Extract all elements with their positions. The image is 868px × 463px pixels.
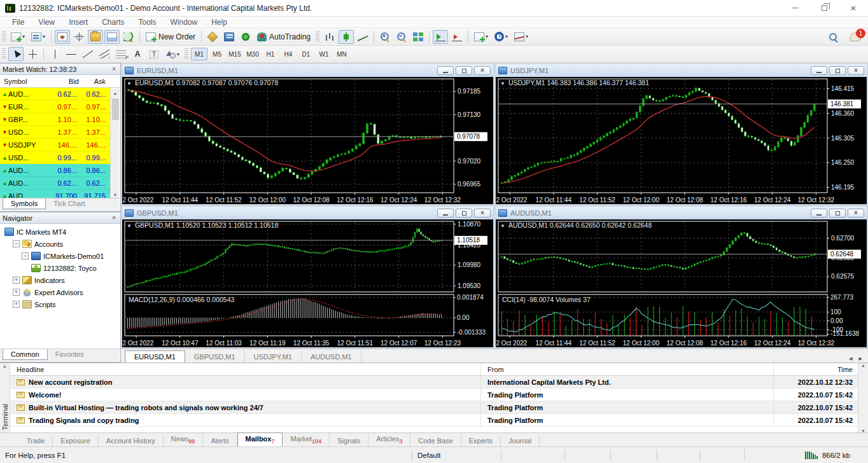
menu-item-charts[interactable]: Charts: [95, 18, 131, 27]
chart-plot-eurusd[interactable]: 12 Oct 202212 Oct 11:4412 Oct 11:5212 Oc…: [122, 77, 493, 204]
chart-canvas-gbpusd[interactable]: ▼GBPUSD,M1 1.10520 1.10523 1.10512 1.105…: [122, 219, 493, 347]
market-watch-row[interactable]: ▼USDJPY146....146....: [0, 139, 111, 151]
navigator-item-ic-markets-mt4[interactable]: IC Markets MT4: [0, 226, 120, 238]
chart-tab-audusd-m1[interactable]: AUDUSD,M1: [302, 351, 361, 363]
expand-minus-icon[interactable]: −: [22, 252, 29, 259]
horizontal-line-tool[interactable]: [64, 47, 79, 61]
timeframe-h4[interactable]: H4: [280, 48, 297, 60]
chart-canvas-audusd[interactable]: ▼AUDUSD,M1 0.62644 0.62650 0.62642 0.626…: [496, 219, 867, 347]
chart-maximize-button[interactable]: [456, 66, 472, 75]
profiles-button[interactable]: ▾: [29, 30, 48, 44]
scroll-up-icon[interactable]: ▲: [861, 363, 865, 368]
templates-button[interactable]: ▾: [512, 30, 531, 44]
terminal-tab-experts[interactable]: Experts: [461, 435, 501, 446]
chart-minimize-button[interactable]: [811, 209, 827, 218]
new-chart-button[interactable]: ▾: [8, 30, 27, 44]
menu-item-window[interactable]: Window: [164, 18, 205, 27]
dropdown-icon[interactable]: ▾: [43, 34, 45, 39]
dropdown-icon[interactable]: ▾: [177, 52, 179, 57]
chart-tab-gbpusd-m1[interactable]: GBPUSD,M1: [185, 351, 245, 363]
strategy-tester-button[interactable]: [121, 30, 136, 44]
timeframe-h1[interactable]: H1: [262, 48, 279, 60]
terminal-scrollbar[interactable]: ▲ ▼: [858, 363, 868, 433]
timeframe-m1[interactable]: M1: [191, 48, 207, 60]
signals-button[interactable]: [238, 30, 253, 44]
terminal-tab-code-base[interactable]: Code Base: [410, 435, 461, 446]
fibonacci-tool[interactable]: F: [113, 47, 129, 61]
menu-item-help[interactable]: Help: [204, 18, 234, 27]
market-watch-row[interactable]: ▼GBP...1.10...1.10...: [0, 113, 111, 126]
bar-chart-button[interactable]: [322, 30, 337, 44]
scroll-up-icon[interactable]: ▲: [113, 88, 118, 97]
toolbar-grip[interactable]: [316, 31, 319, 43]
chart-plot-usdjpy[interactable]: 12 Oct 202212 Oct 11:4412 Oct 11:5212 Oc…: [496, 77, 867, 204]
chart-minimize-button[interactable]: [437, 66, 454, 75]
chart-maximize-button[interactable]: [456, 209, 472, 218]
column-headline[interactable]: Headline: [10, 363, 481, 375]
dropdown-icon[interactable]: ▾: [526, 34, 528, 39]
minimize-button[interactable]: [780, 0, 809, 16]
chart-tab-eurusd-m1[interactable]: EURUSD,M1: [125, 350, 185, 363]
timeframe-m30[interactable]: M30: [244, 48, 261, 60]
expand-minus-icon[interactable]: −: [13, 240, 20, 247]
timeframe-mn[interactable]: MN: [333, 48, 350, 60]
terminal-close-icon[interactable]: ×: [3, 363, 6, 371]
mail-row[interactable]: Trading Signals and copy tradingTrading …: [10, 414, 858, 427]
terminal-toggle[interactable]: [104, 30, 120, 44]
close-button[interactable]: ×: [839, 0, 868, 16]
shapes-tool[interactable]: ▾: [163, 47, 182, 61]
cursor-tool-button[interactable]: [8, 47, 24, 61]
chart-shift-button[interactable]: [449, 30, 465, 44]
mql-community-button[interactable]: [221, 30, 237, 44]
text-tool[interactable]: A: [130, 47, 145, 61]
chart-minimize-button[interactable]: [811, 66, 827, 75]
tab-symbols[interactable]: Symbols: [3, 198, 46, 209]
navigator-item-scripts[interactable]: +Scripts: [0, 298, 120, 310]
navigator-item-expert-advisors[interactable]: +Expert Advisors: [0, 286, 120, 298]
terminal-tab-journal[interactable]: Journal: [501, 435, 540, 446]
channel-tool[interactable]: E: [97, 47, 112, 61]
tab-tick-chart[interactable]: Tick Chart: [46, 198, 93, 209]
autotrading-button[interactable]: AutoTrading: [255, 30, 313, 44]
timeframe-m5[interactable]: M5: [209, 48, 225, 60]
navigator-item-icmarkets-demo01[interactable]: −ICMarkets-Demo01: [0, 250, 120, 262]
dropdown-icon[interactable]: ▾: [505, 34, 508, 39]
chart-close-button[interactable]: ×: [848, 66, 864, 75]
tab-favorites[interactable]: Favorites: [48, 349, 92, 359]
chart-close-button[interactable]: ×: [848, 209, 864, 218]
column-bid[interactable]: Bid: [46, 78, 79, 85]
market-watch-close-icon[interactable]: ×: [110, 66, 118, 73]
column-time[interactable]: Time: [774, 366, 858, 373]
vertical-line-tool[interactable]: [47, 47, 62, 61]
market-watch-row[interactable]: ▲USD...0.99...0.99...: [0, 151, 111, 164]
crosshair-tool-button[interactable]: [25, 47, 40, 61]
column-ask[interactable]: Ask: [79, 78, 107, 85]
chart-plot-gbpusd[interactable]: 12 Oct 202212 Oct 10:4712 Oct 11:0312 Oc…: [122, 219, 493, 347]
menu-item-tools[interactable]: Tools: [132, 18, 164, 27]
navigator-item-indicators[interactable]: +Indicators: [0, 274, 120, 286]
toolbar-grip[interactable]: [2, 31, 6, 43]
market-watch-row[interactable]: ▲AUD...0.62...0.62...: [0, 177, 111, 190]
market-watch-toggle[interactable]: [55, 30, 70, 44]
chart-window-titlebar[interactable]: USDJPY,M1×: [496, 64, 867, 77]
chart-canvas-eurusd[interactable]: ▼EURUSD,M1 0.97082 0.97087 0.97076 0.970…: [122, 77, 493, 204]
trendline-tool[interactable]: [80, 47, 95, 61]
dropdown-icon[interactable]: ▾: [486, 34, 488, 39]
candlestick-chart-button[interactable]: [339, 30, 354, 44]
text-label-tool[interactable]: T: [146, 47, 162, 61]
market-watch-scrollbar[interactable]: ▲ ▼: [110, 88, 120, 199]
status-profile[interactable]: Default: [412, 450, 501, 461]
search-button[interactable]: [825, 30, 841, 44]
chart-canvas-usdjpy[interactable]: ▼USDJPY,M1 146.383 146.386 146.377 146.3…: [496, 77, 867, 204]
menu-item-file[interactable]: File: [5, 18, 31, 27]
timeframe-m15[interactable]: M15: [227, 48, 243, 60]
terminal-tab-mailbox[interactable]: Mailbox7: [237, 432, 283, 446]
new-order-button[interactable]: New Order: [143, 30, 198, 44]
dropdown-icon[interactable]: ▾: [22, 34, 25, 39]
market-watch-row[interactable]: ▲AUD...0.62...0.62...: [0, 88, 111, 100]
tab-scroll-left-icon[interactable]: ◂: [846, 354, 856, 363]
mail-row[interactable]: Welcome!Trading Platform2022.10.07 15:42: [10, 389, 858, 401]
metaeditor-button[interactable]: [205, 30, 220, 44]
terminal-tab-signals[interactable]: Signals: [330, 435, 368, 446]
chart-maximize-button[interactable]: [829, 66, 846, 75]
